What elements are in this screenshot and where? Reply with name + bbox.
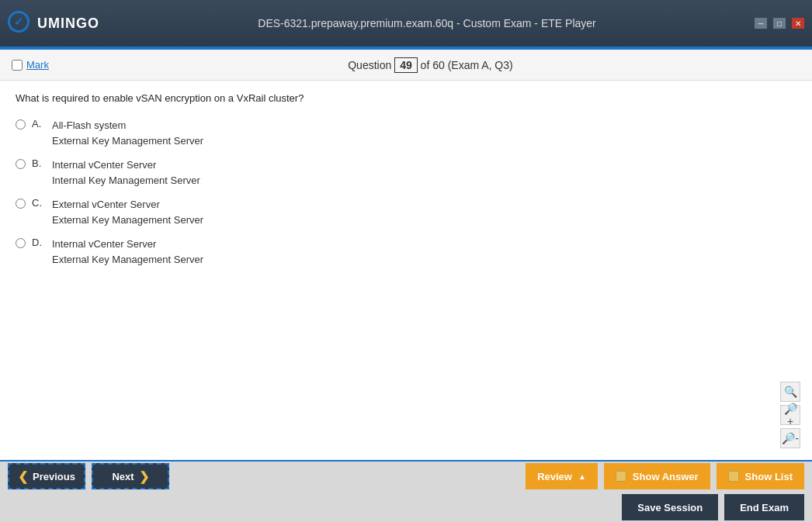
option-line1-3: Internal vCenter Server (52, 237, 203, 252)
end-exam-button[interactable]: End Exam (724, 494, 804, 520)
show-answer-checkbox-icon (616, 471, 626, 482)
title-bar-left: ✓ UMINGO (8, 11, 99, 36)
toolbar-row1: ❮ Previous Next ❯ Review ▲ Show Answer S… (8, 463, 804, 489)
option-line1-0: All-Flash system (52, 118, 203, 133)
option-text-2: External vCenter Server External Key Man… (52, 197, 203, 227)
show-answer-button[interactable]: Show Answer (604, 463, 710, 489)
vumingo-logo: ✓ (8, 11, 33, 36)
option-text-0: All-Flash system External Key Management… (52, 118, 203, 148)
toolbar-row2: Save Session End Exam (8, 494, 804, 520)
save-session-label: Save Session (637, 502, 703, 513)
option-radio-1[interactable] (16, 159, 26, 169)
option-letter-3: D. (32, 237, 46, 248)
logo-checkmark: ✓ (14, 16, 23, 28)
maximize-button[interactable]: □ (773, 18, 786, 29)
search-button[interactable]: 🔍 (780, 382, 800, 402)
close-button[interactable]: ✕ (792, 18, 804, 29)
logo: ✓ UMINGO (8, 11, 99, 36)
question-info: Question 49 of 60 (Exam A, Q3) (61, 57, 800, 73)
show-answer-label: Show Answer (633, 471, 699, 482)
mark-checkbox-label[interactable]: Mark (12, 59, 49, 71)
bottom-toolbar: ❮ Previous Next ❯ Review ▲ Show Answer S… (0, 460, 812, 522)
option-item: B. Internal vCenter Server Internal Key … (16, 157, 796, 188)
previous-button[interactable]: ❮ Previous (8, 463, 85, 489)
minimize-button[interactable]: ─ (755, 18, 767, 29)
question-text: What is required to enable vSAN encrypti… (16, 92, 796, 104)
question-header: Mark Question 49 of 60 (Exam A, Q3) (0, 50, 812, 81)
logo-text: UMINGO (37, 16, 99, 32)
review-button[interactable]: Review ▲ (526, 463, 598, 489)
option-text-1: Internal vCenter Server Internal Key Man… (52, 157, 200, 188)
option-line1-1: Internal vCenter Server (52, 157, 200, 173)
option-line2-1: Internal Key Management Server (52, 173, 200, 188)
question-total: of 60 (Exam A, Q3) (421, 59, 513, 71)
zoom-in-button[interactable]: 🔎+ (780, 405, 800, 425)
option-item: D. Internal vCenter Server External Key … (16, 237, 796, 267)
previous-arrow-icon: ❮ (18, 469, 28, 484)
show-list-checkbox-icon (728, 471, 739, 482)
title-bar: ✓ UMINGO DES-6321.prepaway.premium.exam.… (0, 0, 812, 47)
zoom-controls: 🔍 🔎+ 🔎- (780, 382, 800, 448)
option-line2-0: External Key Management Server (52, 133, 203, 149)
next-button[interactable]: Next ❯ (92, 463, 169, 489)
next-label: Next (112, 471, 134, 482)
review-dropdown-icon: ▲ (578, 472, 586, 481)
review-label: Review (537, 471, 572, 482)
options-list: A. All-Flash system External Key Managem… (16, 118, 796, 267)
show-list-label: Show List (745, 471, 793, 482)
option-text-3: Internal vCenter Server External Key Man… (52, 237, 203, 267)
logo-circle: ✓ (8, 11, 29, 33)
next-arrow-icon: ❯ (139, 469, 149, 484)
zoom-out-button[interactable]: 🔎- (780, 428, 800, 448)
end-exam-label: End Exam (740, 502, 789, 513)
option-item: A. All-Flash system External Key Managem… (16, 118, 796, 148)
option-radio-2[interactable] (16, 199, 26, 209)
option-line2-3: External Key Management Server (52, 252, 203, 268)
option-radio-3[interactable] (16, 238, 26, 248)
option-line2-2: External Key Management Server (52, 213, 203, 228)
main-content: What is required to enable vSAN encrypti… (0, 81, 812, 460)
previous-label: Previous (33, 471, 75, 482)
show-list-button[interactable]: Show List (717, 463, 804, 489)
option-letter-2: C. (32, 197, 46, 209)
window-controls: ─ □ ✕ (755, 18, 804, 29)
save-session-button[interactable]: Save Session (622, 494, 718, 520)
mark-label: Mark (26, 59, 49, 71)
option-line1-2: External vCenter Server (52, 197, 203, 213)
question-number: 49 (394, 57, 418, 73)
option-letter-0: A. (32, 118, 46, 130)
option-radio-0[interactable] (16, 119, 26, 130)
option-item: C. External vCenter Server External Key … (16, 197, 796, 227)
question-label: Question (348, 59, 391, 71)
title-bar-title: DES-6321.prepaway.premium.exam.60q - Cus… (99, 17, 755, 29)
option-letter-1: B. (32, 157, 46, 169)
mark-checkbox-input[interactable] (12, 60, 23, 71)
